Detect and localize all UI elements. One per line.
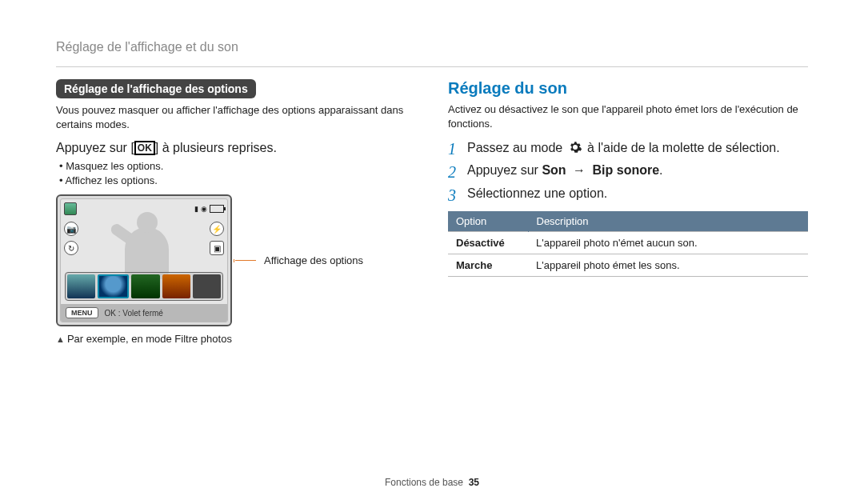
sound-heading: Réglage du son [448, 79, 808, 98]
instruction-pre: Appuyez sur [ [56, 141, 134, 154]
bullet-item: Affichez les options. [59, 174, 416, 186]
cell-option: Désactivé [448, 232, 528, 254]
loop-icon: ↻ [64, 241, 78, 255]
thumb [98, 274, 129, 298]
callout-leader [235, 260, 256, 261]
left-instruction: Appuyez sur [OK] à plusieurs reprises. [56, 141, 416, 155]
step-2: 2 Appuyez sur Son → Bip sonore. [448, 163, 808, 182]
step2-pre: Appuyez sur [467, 163, 542, 177]
cell-option: Marche [448, 254, 528, 277]
th-description: Description [528, 211, 808, 232]
size-icon: ▣ [210, 241, 224, 255]
thumb [193, 274, 221, 298]
filter-thumbnails [65, 272, 223, 301]
right-column: Réglage du son Activez ou désactivez le … [448, 79, 808, 469]
section-pill: Réglage de l'affichage des options [56, 79, 256, 98]
step1-pre: Passez au mode [467, 141, 566, 154]
battery-icon [210, 205, 224, 213]
th-option: Option [448, 211, 528, 232]
cell-desc: L'appareil photo n'émet aucun son. [528, 232, 808, 254]
menu-button-label: MENU [66, 307, 98, 318]
ok-hint-label: OK : Volet fermé [105, 309, 163, 318]
table-row: Désactivé L'appareil photo n'émet aucun … [448, 232, 808, 254]
mode-icon [64, 202, 77, 215]
cell-desc: L'appareil photo émet les sons. [528, 254, 808, 277]
thumb [131, 274, 159, 298]
left-bullets: Masquez les options. Affichez les option… [59, 160, 416, 186]
step2-bold1: Son [542, 163, 566, 177]
thumb [162, 274, 190, 298]
left-column: Réglage de l'affichage des options Vous … [56, 79, 416, 469]
page-title: Réglage de l'affichage et du son [56, 40, 808, 54]
camera-icon: 📷 [64, 222, 78, 236]
bullet-item: Masquez les options. [59, 160, 416, 172]
arrow-icon: → [573, 163, 586, 177]
step3-text: Sélectionnez une option. [467, 186, 607, 201]
instruction-post: ] à plusieurs reprises. [155, 141, 277, 154]
page-footer: Fonctions de base 35 [56, 469, 808, 488]
table-row: Marche L'appareil photo émet les sons. [448, 254, 808, 277]
thumb [67, 274, 95, 298]
divider [56, 66, 808, 67]
ok-icon: OK [134, 141, 155, 155]
footer-label: Fonctions de base [385, 477, 463, 488]
step-1: 1 Passez au mode à l'aide de la molette … [448, 140, 808, 158]
right-intro: Activez ou désactivez le son que l'appar… [448, 102, 808, 130]
camera-lcd-figure: ▮ ◉ 📷 ↻ ⚡ ▣ [56, 194, 232, 326]
callout-label: Affichage des options [264, 254, 363, 266]
gear-icon [568, 140, 582, 154]
options-table: Option Description Désactivé L'appareil … [448, 211, 808, 277]
step-3: 3 Sélectionnez une option. [448, 186, 808, 205]
step2-bold2: Bip sonore [593, 163, 660, 177]
step-number: 3 [448, 186, 467, 205]
flash-icon: ⚡ [210, 222, 224, 236]
left-intro: Vous pouvez masquer ou afficher l'affich… [56, 103, 416, 131]
silhouette-graphic [105, 207, 177, 279]
step-number: 1 [448, 140, 467, 158]
figure-caption: Par exemple, en mode Filtre photos [56, 333, 416, 345]
step2-post: . [659, 163, 662, 177]
page-number: 35 [469, 477, 479, 488]
step1-post: à l'aide de la molette de sélection. [587, 141, 780, 154]
step-number: 2 [448, 163, 467, 182]
signal-icon: ▮ ◉ [194, 205, 207, 213]
